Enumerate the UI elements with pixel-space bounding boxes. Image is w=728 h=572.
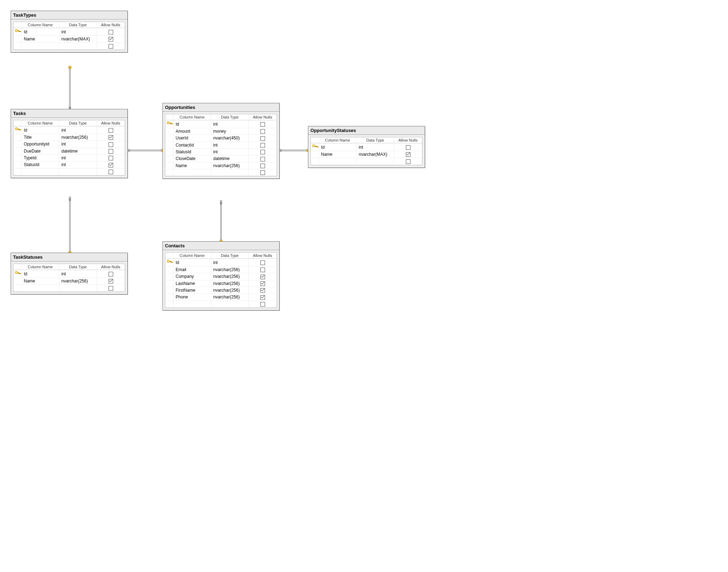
column-row[interactable]: Idint	[13, 28, 125, 36]
allow-nulls-checkbox[interactable]	[249, 142, 277, 148]
allow-nulls-checkbox[interactable]	[249, 120, 277, 128]
column-row[interactable]: Idint	[165, 120, 277, 128]
allow-nulls-checkbox[interactable]	[97, 28, 125, 36]
key-cell	[13, 36, 22, 43]
table-title: TaskStatuses	[11, 253, 127, 262]
key-cell	[13, 154, 22, 161]
primary-key-icon	[165, 259, 173, 266]
column-row[interactable]: DueDatedatetime	[13, 148, 125, 154]
svg-point-10	[69, 197, 71, 199]
column-name: Email	[173, 266, 211, 273]
allow-nulls-checkbox[interactable]	[394, 151, 422, 158]
column-type: int	[211, 148, 249, 155]
column-type: nvarchar(MAX)	[59, 36, 97, 43]
header-data-type: Data Type	[59, 264, 97, 270]
column-row[interactable]: Idint	[13, 270, 125, 278]
table-tasktypes[interactable]: TaskTypesColumn NameData TypeAllow Nulls…	[11, 11, 128, 53]
column-row[interactable]: StatusIdint	[13, 161, 125, 168]
allow-nulls-checkbox[interactable]	[249, 301, 277, 307]
header-key	[13, 264, 22, 270]
table-taskstatuses[interactable]: TaskStatusesColumn NameData TypeAllow Nu…	[11, 253, 128, 295]
column-type: nvarchar(256)	[211, 162, 249, 169]
allow-nulls-checkbox[interactable]	[249, 169, 277, 176]
empty-row[interactable]	[165, 169, 277, 176]
column-type: int	[59, 126, 97, 134]
allow-nulls-checkbox[interactable]	[97, 285, 125, 291]
column-row[interactable]: Namenvarchar(256)	[13, 278, 125, 285]
column-row[interactable]: Amountmoney	[165, 128, 277, 135]
header-data-type: Data Type	[59, 120, 97, 126]
column-row[interactable]: Phonenvarchar(256)	[165, 294, 277, 301]
table-opportunitystatuses[interactable]: OpportunityStatusesColumn NameData TypeA…	[308, 126, 425, 168]
column-row[interactable]: OpportunityIdint	[13, 141, 125, 148]
column-row[interactable]: ContactIdint	[165, 142, 277, 148]
allow-nulls-checkbox[interactable]	[249, 287, 277, 293]
allow-nulls-checkbox[interactable]	[97, 43, 125, 49]
column-row[interactable]: StatusIdint	[165, 148, 277, 155]
table-contacts[interactable]: ContactsColumn NameData TypeAllow NullsI…	[162, 241, 280, 310]
column-row[interactable]: Idint	[13, 126, 125, 134]
column-name: TypeId	[22, 154, 59, 161]
allow-nulls-checkbox[interactable]	[97, 278, 125, 285]
column-row[interactable]: Idint	[165, 259, 277, 266]
column-row[interactable]: Companynvarchar(256)	[165, 273, 277, 280]
column-name: Amount	[173, 128, 211, 135]
allow-nulls-checkbox[interactable]	[97, 36, 125, 43]
column-type: int	[357, 143, 394, 151]
empty-row[interactable]	[13, 43, 125, 49]
allow-nulls-checkbox[interactable]	[249, 259, 277, 266]
allow-nulls-checkbox[interactable]	[249, 148, 277, 155]
column-type: datetime	[211, 155, 249, 162]
column-row[interactable]: Emailnvarchar(256)	[165, 266, 277, 273]
allow-nulls-checkbox[interactable]	[97, 154, 125, 161]
svg-point-2	[68, 66, 71, 69]
column-row[interactable]: Idint	[311, 143, 422, 151]
allow-nulls-checkbox[interactable]	[97, 148, 125, 154]
header-column-name: Column Name	[22, 22, 59, 28]
allow-nulls-checkbox[interactable]	[97, 126, 125, 134]
header-allow-nulls: Allow Nulls	[97, 264, 125, 270]
allow-nulls-checkbox[interactable]	[97, 168, 125, 175]
empty-row[interactable]	[165, 301, 277, 307]
allow-nulls-checkbox[interactable]	[249, 135, 277, 142]
key-cell	[13, 141, 22, 148]
allow-nulls-checkbox[interactable]	[249, 294, 277, 301]
table-opportunities[interactable]: OpportunitiesColumn NameData TypeAllow N…	[162, 103, 280, 179]
column-row[interactable]: CloseDatedatetime	[165, 155, 277, 162]
allow-nulls-checkbox[interactable]	[97, 270, 125, 278]
column-name: CloseDate	[173, 155, 211, 162]
key-cell	[13, 134, 22, 141]
column-name: Id	[22, 28, 59, 36]
column-name: Id	[22, 126, 59, 134]
empty-row[interactable]	[311, 158, 422, 165]
header-allow-nulls: Allow Nulls	[249, 253, 277, 259]
allow-nulls-checkbox[interactable]	[394, 143, 422, 151]
allow-nulls-checkbox[interactable]	[394, 158, 422, 165]
column-row[interactable]: Namenvarchar(MAX)	[311, 151, 422, 158]
column-row[interactable]: TypeIdint	[13, 154, 125, 161]
empty-row[interactable]	[13, 285, 125, 291]
allow-nulls-checkbox[interactable]	[249, 280, 277, 287]
allow-nulls-checkbox[interactable]	[249, 162, 277, 169]
allow-nulls-checkbox[interactable]	[97, 141, 125, 148]
header-key	[311, 137, 319, 143]
allow-nulls-checkbox[interactable]	[249, 128, 277, 135]
allow-nulls-checkbox[interactable]	[249, 273, 277, 280]
column-name: StatusId	[173, 148, 211, 155]
allow-nulls-checkbox[interactable]	[249, 266, 277, 273]
column-row[interactable]: Namenvarchar(MAX)	[13, 36, 125, 43]
primary-key-icon	[311, 143, 319, 151]
allow-nulls-checkbox[interactable]	[97, 161, 125, 168]
column-row[interactable]: Titlenvarchar(256)	[13, 134, 125, 141]
column-type: nvarchar(256)	[59, 278, 97, 285]
column-row[interactable]: UserIdnvarchar(450)	[165, 135, 277, 142]
column-row[interactable]: LastNamenvarchar(256)	[165, 280, 277, 287]
column-type: int	[59, 28, 97, 36]
empty-row[interactable]	[13, 168, 125, 175]
allow-nulls-checkbox[interactable]	[97, 134, 125, 141]
column-row[interactable]: FirstNamenvarchar(256)	[165, 287, 277, 293]
column-row[interactable]: Namenvarchar(256)	[165, 162, 277, 169]
key-cell	[13, 278, 22, 285]
table-tasks[interactable]: TasksColumn NameData TypeAllow NullsIdin…	[11, 109, 128, 178]
allow-nulls-checkbox[interactable]	[249, 155, 277, 162]
